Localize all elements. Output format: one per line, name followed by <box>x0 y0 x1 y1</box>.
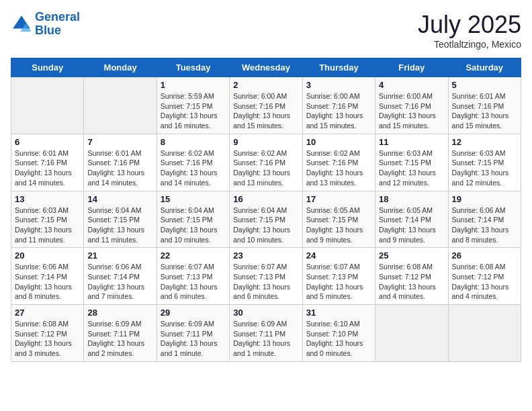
calendar-cell: 22Sunrise: 6:07 AM Sunset: 7:13 PM Dayli… <box>157 248 229 305</box>
day-number: 30 <box>233 308 298 318</box>
day-info: Sunrise: 6:00 AM Sunset: 7:16 PM Dayligh… <box>233 91 298 131</box>
calendar-cell: 6Sunrise: 6:01 AM Sunset: 7:16 PM Daylig… <box>11 134 84 191</box>
day-number: 19 <box>452 194 517 204</box>
day-info: Sunrise: 6:02 AM Sunset: 7:16 PM Dayligh… <box>233 148 298 188</box>
calendar-week-row: 13Sunrise: 6:03 AM Sunset: 7:15 PM Dayli… <box>11 191 521 248</box>
calendar-cell: 1Sunrise: 5:59 AM Sunset: 7:15 PM Daylig… <box>157 77 229 134</box>
day-number: 12 <box>452 137 517 147</box>
day-number: 4 <box>379 80 444 90</box>
calendar-cell: 9Sunrise: 6:02 AM Sunset: 7:16 PM Daylig… <box>230 134 302 191</box>
calendar-cell: 27Sunrise: 6:08 AM Sunset: 7:12 PM Dayli… <box>11 305 84 362</box>
day-number: 26 <box>452 250 517 261</box>
weekday-row: SundayMondayTuesdayWednesdayThursdayFrid… <box>11 58 521 77</box>
calendar-cell: 29Sunrise: 6:09 AM Sunset: 7:11 PM Dayli… <box>157 305 229 362</box>
day-number: 14 <box>87 194 152 204</box>
day-info: Sunrise: 6:06 AM Sunset: 7:14 PM Dayligh… <box>15 262 80 302</box>
location: Teotlaltzingo, Mexico <box>418 39 521 50</box>
calendar-cell <box>448 305 521 362</box>
day-number: 6 <box>15 137 80 147</box>
day-number: 3 <box>306 80 371 90</box>
day-number: 18 <box>379 194 444 204</box>
logo-line2: Blue <box>35 24 61 37</box>
month-title: July 2025 <box>418 11 521 39</box>
calendar-cell: 14Sunrise: 6:04 AM Sunset: 7:15 PM Dayli… <box>84 191 157 248</box>
day-info: Sunrise: 6:07 AM Sunset: 7:13 PM Dayligh… <box>306 262 371 302</box>
day-info: Sunrise: 6:08 AM Sunset: 7:12 PM Dayligh… <box>379 262 444 302</box>
logo-icon <box>11 13 32 35</box>
day-info: Sunrise: 6:10 AM Sunset: 7:10 PM Dayligh… <box>306 319 371 359</box>
calendar-cell: 8Sunrise: 6:02 AM Sunset: 7:16 PM Daylig… <box>157 134 229 191</box>
calendar-cell: 21Sunrise: 6:06 AM Sunset: 7:14 PM Dayli… <box>84 248 157 305</box>
weekday-header: Monday <box>84 58 157 77</box>
day-number: 20 <box>15 250 80 261</box>
day-info: Sunrise: 6:03 AM Sunset: 7:15 PM Dayligh… <box>15 205 80 245</box>
day-number: 23 <box>233 250 298 261</box>
calendar-week-row: 20Sunrise: 6:06 AM Sunset: 7:14 PM Dayli… <box>11 248 521 305</box>
day-info: Sunrise: 6:04 AM Sunset: 7:15 PM Dayligh… <box>87 205 152 245</box>
day-info: Sunrise: 6:09 AM Sunset: 7:11 PM Dayligh… <box>233 319 298 359</box>
title-block: July 2025 Teotlaltzingo, Mexico <box>418 11 521 50</box>
calendar-cell: 30Sunrise: 6:09 AM Sunset: 7:11 PM Dayli… <box>230 305 302 362</box>
day-number: 11 <box>379 137 444 147</box>
day-number: 16 <box>233 194 298 204</box>
day-info: Sunrise: 6:05 AM Sunset: 7:15 PM Dayligh… <box>306 205 371 245</box>
calendar-week-row: 1Sunrise: 5:59 AM Sunset: 7:15 PM Daylig… <box>11 77 521 134</box>
calendar-week-row: 6Sunrise: 6:01 AM Sunset: 7:16 PM Daylig… <box>11 134 521 191</box>
calendar-cell: 3Sunrise: 6:00 AM Sunset: 7:16 PM Daylig… <box>302 77 375 134</box>
day-number: 25 <box>379 250 444 261</box>
weekday-header: Friday <box>375 58 448 77</box>
logo: General Blue <box>11 11 80 38</box>
day-info: Sunrise: 6:05 AM Sunset: 7:14 PM Dayligh… <box>379 205 444 245</box>
day-info: Sunrise: 6:08 AM Sunset: 7:12 PM Dayligh… <box>452 262 517 302</box>
day-info: Sunrise: 6:04 AM Sunset: 7:15 PM Dayligh… <box>161 205 226 245</box>
day-number: 7 <box>87 137 152 147</box>
day-info: Sunrise: 5:59 AM Sunset: 7:15 PM Dayligh… <box>161 91 226 131</box>
day-info: Sunrise: 6:01 AM Sunset: 7:16 PM Dayligh… <box>452 91 517 131</box>
calendar-cell: 16Sunrise: 6:04 AM Sunset: 7:15 PM Dayli… <box>230 191 302 248</box>
weekday-header: Tuesday <box>157 58 229 77</box>
day-info: Sunrise: 6:09 AM Sunset: 7:11 PM Dayligh… <box>161 319 226 359</box>
calendar-cell: 11Sunrise: 6:03 AM Sunset: 7:15 PM Dayli… <box>375 134 448 191</box>
calendar-cell: 13Sunrise: 6:03 AM Sunset: 7:15 PM Dayli… <box>11 191 84 248</box>
day-info: Sunrise: 6:03 AM Sunset: 7:15 PM Dayligh… <box>379 148 444 188</box>
calendar-header: SundayMondayTuesdayWednesdayThursdayFrid… <box>11 58 521 77</box>
weekday-header: Wednesday <box>230 58 302 77</box>
calendar-cell: 23Sunrise: 6:07 AM Sunset: 7:13 PM Dayli… <box>230 248 302 305</box>
day-number: 5 <box>452 80 517 90</box>
day-info: Sunrise: 6:00 AM Sunset: 7:16 PM Dayligh… <box>379 91 444 131</box>
day-number: 15 <box>161 194 226 204</box>
day-info: Sunrise: 6:07 AM Sunset: 7:13 PM Dayligh… <box>233 262 298 302</box>
day-number: 28 <box>87 308 152 318</box>
day-number: 31 <box>306 308 371 318</box>
calendar-cell: 28Sunrise: 6:09 AM Sunset: 7:11 PM Dayli… <box>84 305 157 362</box>
weekday-header: Sunday <box>11 58 84 77</box>
weekday-header: Thursday <box>302 58 375 77</box>
day-number: 9 <box>233 137 298 147</box>
calendar-cell: 17Sunrise: 6:05 AM Sunset: 7:15 PM Dayli… <box>302 191 375 248</box>
calendar-cell: 15Sunrise: 6:04 AM Sunset: 7:15 PM Dayli… <box>157 191 229 248</box>
day-info: Sunrise: 6:02 AM Sunset: 7:16 PM Dayligh… <box>306 148 371 188</box>
calendar-table: SundayMondayTuesdayWednesdayThursdayFrid… <box>11 58 521 362</box>
day-number: 17 <box>306 194 371 204</box>
weekday-header: Saturday <box>448 58 521 77</box>
day-number: 8 <box>161 137 226 147</box>
day-number: 29 <box>161 308 226 318</box>
calendar-cell <box>84 77 157 134</box>
day-info: Sunrise: 6:06 AM Sunset: 7:14 PM Dayligh… <box>87 262 152 302</box>
day-number: 13 <box>15 194 80 204</box>
day-number: 10 <box>306 137 371 147</box>
day-number: 21 <box>87 250 152 261</box>
logo-text: General Blue <box>35 11 80 38</box>
day-info: Sunrise: 6:04 AM Sunset: 7:15 PM Dayligh… <box>233 205 298 245</box>
day-number: 24 <box>306 250 371 261</box>
page-header: General Blue July 2025 Teotlaltzingo, Me… <box>11 11 521 50</box>
calendar-cell: 7Sunrise: 6:01 AM Sunset: 7:16 PM Daylig… <box>84 134 157 191</box>
calendar-cell: 2Sunrise: 6:00 AM Sunset: 7:16 PM Daylig… <box>230 77 302 134</box>
calendar-cell: 19Sunrise: 6:06 AM Sunset: 7:14 PM Dayli… <box>448 191 521 248</box>
day-info: Sunrise: 6:06 AM Sunset: 7:14 PM Dayligh… <box>452 205 517 245</box>
day-number: 1 <box>161 80 226 90</box>
calendar-week-row: 27Sunrise: 6:08 AM Sunset: 7:12 PM Dayli… <box>11 305 521 362</box>
calendar-cell: 20Sunrise: 6:06 AM Sunset: 7:14 PM Dayli… <box>11 248 84 305</box>
calendar-cell: 25Sunrise: 6:08 AM Sunset: 7:12 PM Dayli… <box>375 248 448 305</box>
day-number: 22 <box>161 250 226 261</box>
